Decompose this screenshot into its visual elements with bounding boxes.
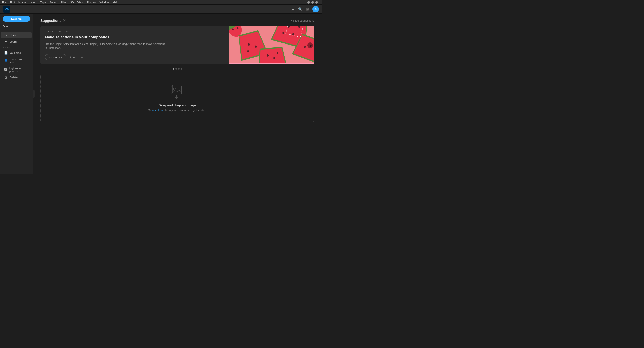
your-files-icon: 📄 [4, 51, 8, 55]
carousel-dots [40, 68, 314, 70]
hide-suggestions-label: Hide suggestions [293, 19, 314, 22]
new-file-button[interactable]: New file [3, 16, 30, 22]
suggestion-actions: View article Browse more [45, 54, 224, 60]
minimize-button[interactable] [307, 1, 310, 4]
files-section-label: FILES [0, 45, 33, 49]
suggestions-header: Suggestions i ∧ Hide suggestions [40, 19, 314, 23]
sidebar-item-learn[interactable]: ✦ Learn [1, 39, 32, 45]
menu-item-image[interactable]: Image [18, 1, 26, 4]
drop-zone-subtitle: Or select one from your computer to get … [148, 109, 207, 112]
ps-logo: Ps [3, 6, 10, 13]
suggestion-card-description: Use the Object Selection tool, Select Su… [45, 42, 166, 50]
browse-more-button[interactable]: Browse more [69, 56, 85, 59]
sidebar-item-deleted[interactable]: 🗑 Deleted [1, 74, 32, 80]
drop-zone-pre-text: Or [148, 109, 152, 112]
suggestions-info-icon[interactable]: i [63, 19, 66, 22]
drop-zone-title: Drag and drop an image [159, 103, 196, 107]
menu-item-file[interactable]: File [2, 1, 7, 4]
search-icon[interactable]: 🔍 [298, 7, 302, 11]
drop-zone-post-text: from your computer to get started. [164, 109, 207, 112]
drop-zone-icon [170, 84, 185, 100]
suggestions-title: Suggestions i [40, 19, 66, 23]
sidebar-item-lightroom-label: Lightroom photos [9, 67, 29, 73]
suggestions-label: Suggestions [40, 19, 61, 23]
carousel-dot-4[interactable] [181, 68, 182, 70]
lightroom-icon: 🖼 [4, 68, 7, 71]
header-right: ☁ 🔍 ⊞ A [291, 6, 319, 12]
carousel-dot-2[interactable] [175, 68, 177, 70]
marketplace-icon[interactable]: ⊞ [306, 7, 309, 11]
watermelon-illustration [229, 26, 314, 63]
header-left: Ps [3, 6, 10, 13]
menu-item-plugins[interactable]: Plugins [87, 1, 96, 4]
maximize-button[interactable] [311, 1, 314, 4]
sidebar-item-learn-label: Learn [10, 40, 17, 43]
sidebar-item-your-files[interactable]: 📄 Your files [1, 50, 32, 56]
deleted-icon: 🗑 [4, 76, 8, 79]
select-one-link[interactable]: select one [152, 109, 164, 112]
drop-zone[interactable]: Drag and drop an image Or select one fro… [40, 74, 314, 122]
carousel-dot-3[interactable] [178, 68, 180, 70]
hide-suggestions-button[interactable]: ∧ Hide suggestions [290, 19, 314, 22]
sidebar-item-deleted-label: Deleted [10, 76, 19, 79]
menu-item-select[interactable]: Select [50, 1, 57, 4]
chevron-up-icon: ∧ [290, 19, 292, 22]
suggestion-card: Recently viewed Make selections in your … [40, 26, 314, 64]
avatar[interactable]: A [312, 6, 319, 12]
menu-item-type[interactable]: Type [40, 1, 46, 4]
open-button[interactable]: Open [3, 24, 30, 29]
sidebar-item-home[interactable]: ⌂ Home [1, 32, 32, 38]
home-icon: ⌂ [4, 33, 8, 37]
sidebar-item-shared-label: Shared with you [10, 58, 29, 64]
menu-item-window[interactable]: Window [100, 1, 109, 4]
suggestion-image: › [229, 26, 314, 64]
carousel-next-button[interactable]: › [307, 42, 313, 48]
sidebar-item-lightroom[interactable]: 🖼 Lightroom photos [1, 65, 32, 74]
sidebar-item-your-files-label: Your files [10, 51, 21, 54]
menu-item-filter[interactable]: Filter [61, 1, 67, 4]
content-area: ‹ Suggestions i ∧ Hide suggestions Recen… [33, 14, 322, 174]
menu-item-view[interactable]: View [77, 1, 84, 4]
menu-item-help[interactable]: Help [113, 1, 119, 4]
header-bar: Ps ☁ 🔍 ⊞ A [0, 5, 322, 14]
cloud-icon[interactable]: ☁ [291, 7, 295, 11]
svg-point-21 [173, 88, 176, 90]
menu-item-edit[interactable]: Edit [10, 1, 15, 4]
suggestion-text-area: Recently viewed Make selections in your … [40, 26, 229, 64]
learn-icon: ✦ [4, 40, 8, 44]
collapse-sidebar-tab[interactable]: ‹ [33, 90, 35, 98]
carousel-dot-1[interactable] [173, 68, 174, 70]
suggestion-label: Recently viewed [45, 30, 224, 33]
shared-icon: 👤 [4, 59, 8, 62]
menu-bar: File Edit Image Layer Type Select Filter… [0, 0, 322, 5]
close-button[interactable] [315, 1, 318, 4]
main-layout: New file Open ⌂ Home ✦ Learn FILES 📄 You… [0, 14, 322, 174]
sidebar-item-shared-with-you[interactable]: 👤 Shared with you [1, 56, 32, 65]
menu-item-layer[interactable]: Layer [29, 1, 36, 4]
suggestion-card-title: Make selections in your composites [45, 35, 224, 40]
sidebar: New file Open ⌂ Home ✦ Learn FILES 📄 You… [0, 14, 33, 174]
window-controls [307, 1, 318, 4]
menu-item-3d[interactable]: 3D [70, 1, 74, 4]
view-article-button[interactable]: View article [45, 54, 66, 60]
sidebar-item-home-label: Home [10, 34, 17, 37]
